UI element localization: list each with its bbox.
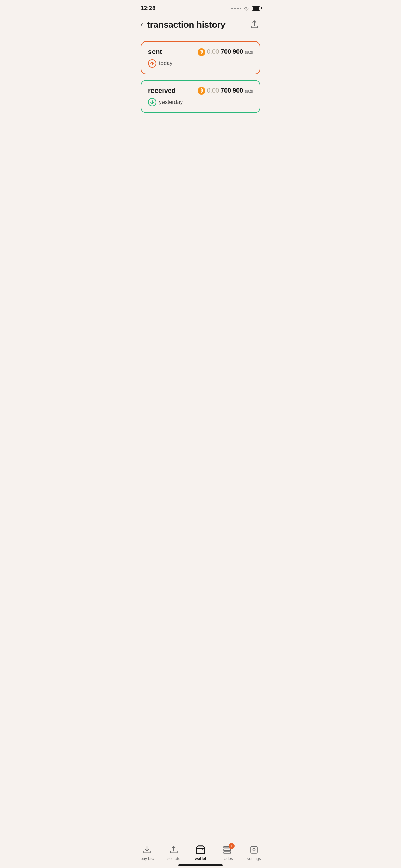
wifi-icon [243, 6, 250, 11]
status-bar: 12:28 [134, 0, 267, 14]
sent-direction-icon [148, 59, 156, 68]
transaction-label-received: received [148, 87, 176, 95]
back-arrow-icon: ‹ [141, 20, 143, 29]
transaction-date-sent: today [159, 60, 172, 67]
page-title: transaction history [147, 20, 225, 30]
transaction-amount-sent: ₿ 0.00 700 900 sats [198, 48, 253, 56]
btc-icon-received: ₿ [198, 87, 205, 95]
transaction-amount-received: ₿ 0.00 700 900 sats [198, 87, 253, 95]
amount-sats-sent: sats [245, 50, 253, 55]
amount-dim-received: 0.00 [207, 87, 219, 94]
signal-icon [231, 8, 241, 9]
back-button[interactable]: ‹ [139, 19, 144, 31]
page-header: ‹ transaction history [134, 14, 267, 38]
status-time: 12:28 [141, 5, 155, 12]
transaction-card-received[interactable]: received ₿ 0.00 700 900 sats yesterday [141, 80, 260, 113]
status-icons [231, 6, 260, 11]
amount-sats-received: sats [245, 88, 253, 94]
share-icon [250, 20, 259, 29]
amount-bold-received: 700 900 [221, 87, 243, 94]
transactions-list: sent ₿ 0.00 700 900 sats today received [134, 38, 267, 117]
btc-icon-sent: ₿ [198, 48, 205, 56]
transaction-date-received: yesterday [159, 99, 183, 105]
received-direction-icon [148, 98, 156, 106]
transaction-label-sent: sent [148, 48, 162, 56]
amount-bold-sent: 700 900 [221, 48, 243, 55]
share-button[interactable] [248, 19, 260, 31]
transaction-card-sent[interactable]: sent ₿ 0.00 700 900 sats today [141, 41, 260, 74]
amount-dim-sent: 0.00 [207, 48, 219, 55]
battery-icon [252, 6, 260, 11]
